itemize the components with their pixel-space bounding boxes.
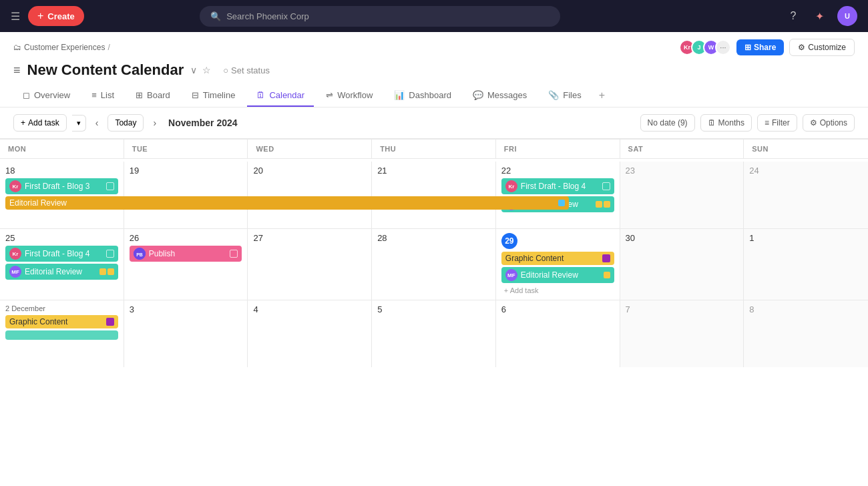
day-dec-5: 5	[377, 304, 382, 314]
cell-nov-28[interactable]: 28	[372, 229, 496, 300]
cell-dec-2[interactable]: 2 December Graphic Content	[0, 300, 124, 367]
tab-bar: ◻ Overview ≡ List ⊞ Board ⊟ Timeline 🗓 C…	[0, 84, 868, 107]
options-button[interactable]: ⚙ Options	[803, 114, 855, 132]
cell-dec-1[interactable]: 1	[744, 229, 868, 300]
breadcrumb-bar: 🗂 Customer Experiences / Kr J W ··· ⊞ Sh…	[0, 32, 868, 59]
cell-dec-8[interactable]: 8	[744, 300, 868, 367]
prev-month-button[interactable]: ‹	[91, 115, 103, 131]
cell-dec-3[interactable]: 3	[124, 300, 248, 367]
month-label: November 2024	[168, 117, 238, 128]
event-graphic-content-29[interactable]: Graphic Content	[501, 252, 614, 265]
tab-dashboard[interactable]: 📊 Dashboard	[385, 85, 461, 107]
add-task-inline-29[interactable]: + Add task	[501, 285, 614, 296]
tab-list[interactable]: ≡ List	[82, 85, 124, 107]
event-editorial-review-25[interactable]: MF Editorial Review	[5, 264, 118, 280]
help-icon[interactable]: ?	[784, 7, 803, 25]
event-first-draft-blog3[interactable]: Kr First Draft - Blog 3	[5, 178, 118, 194]
tab-overview[interactable]: ◻ Overview	[13, 85, 79, 107]
graphic-content-dec2-label: Graphic Content	[9, 317, 103, 326]
graphic-content-badge	[602, 254, 610, 262]
user-avatar[interactable]: U	[837, 6, 857, 26]
top-nav: ☰ + Create 🔍 Search Phoenix Corp ? ✦ U	[0, 0, 868, 32]
day-20: 20	[253, 166, 262, 176]
tab-calendar[interactable]: 🗓 Calendar	[247, 85, 314, 107]
graphic-dec2-badge	[106, 318, 114, 326]
tab-messages[interactable]: 💬 Messages	[463, 85, 536, 107]
event-checkbox[interactable]	[106, 182, 114, 190]
cell-nov-25[interactable]: 25 Kr First Draft - Blog 4 MF Editorial …	[0, 229, 124, 300]
cell-nov-23[interactable]: 23	[620, 162, 744, 228]
cell-nov-24[interactable]: 24	[744, 162, 868, 228]
customize-label: Customize	[808, 43, 846, 52]
cell-nov-19[interactable]: 19	[124, 162, 248, 228]
event-first-draft-blog4-22[interactable]: Kr First Draft - Blog 4	[501, 178, 614, 194]
publish-checkbox[interactable]	[230, 250, 238, 258]
editorial-review-label: Editorial Review	[9, 198, 555, 208]
star-icon[interactable]: ☆	[202, 65, 211, 75]
cell-nov-22[interactable]: 22 Kr First Draft - Blog 4 MF Editorial …	[496, 162, 620, 228]
publish-label: Publish	[149, 249, 227, 258]
search-bar[interactable]: 🔍 Search Phoenix Corp	[200, 6, 560, 27]
cell-nov-20[interactable]: 20	[248, 162, 372, 228]
week-3-cells: 2 December Graphic Content 3 4	[0, 300, 868, 367]
cell-nov-21[interactable]: 21	[372, 162, 496, 228]
cell-nov-26[interactable]: 26 PB Publish	[124, 229, 248, 300]
tab-files[interactable]: 📎 Files	[539, 85, 590, 107]
cell-nov-29[interactable]: 29 Graphic Content MF Editorial Review +…	[496, 229, 620, 300]
chevron-down-icon[interactable]: ∨	[190, 65, 197, 75]
customize-button[interactable]: ⚙ Customize	[789, 39, 855, 56]
customize-icon: ⚙	[798, 43, 805, 52]
tab-workflow[interactable]: ⇌ Workflow	[316, 85, 382, 107]
more-avatars-button[interactable]: ···	[715, 39, 731, 55]
filter-button[interactable]: ≡ Filter	[757, 114, 797, 132]
no-date-button[interactable]: No date (9)	[640, 114, 695, 132]
add-tab-button[interactable]: +	[594, 84, 610, 107]
editorial-review-event[interactable]: Editorial Review	[5, 196, 569, 210]
cell-dec-6[interactable]: 6	[496, 300, 620, 367]
day-dec-8: 8	[749, 304, 754, 314]
share-button[interactable]: ⊞ Share	[736, 39, 784, 55]
event-publish-26[interactable]: PB Publish	[130, 246, 242, 262]
breadcrumb-parent[interactable]: Customer Experiences	[24, 43, 105, 52]
event-teal-partial[interactable]	[5, 330, 118, 340]
badges-25	[99, 268, 114, 275]
set-status-button[interactable]: ○ New Content Calendar Set status	[223, 65, 270, 75]
event-first-draft-blog4-25[interactable]: Kr First Draft - Blog 4	[5, 246, 118, 262]
add-task-dropdown[interactable]: ▾	[72, 115, 86, 132]
cell-dec-4[interactable]: 4	[248, 300, 372, 367]
event-checkbox-2[interactable]	[602, 182, 610, 190]
cell-nov-30[interactable]: 30	[620, 229, 744, 300]
tab-board[interactable]: ⊞ Board	[126, 85, 180, 107]
add-task-button[interactable]: + Add task	[13, 114, 67, 132]
cell-nov-27[interactable]: 27	[248, 229, 372, 300]
today-button[interactable]: Today	[107, 114, 144, 132]
calendar-toolbar: + Add task ▾ ‹ Today › November 2024 No …	[0, 107, 868, 139]
header-fri: FRI	[496, 140, 620, 158]
event-editorial-review-29[interactable]: MF Editorial Review	[501, 267, 614, 283]
avatar-pb-26: PB	[134, 248, 146, 260]
cell-dec-7[interactable]: 7	[620, 300, 744, 367]
cell-dec-5[interactable]: 5	[372, 300, 496, 367]
week-1-cells: 18 Kr First Draft - Blog 3 Editorial Rev…	[0, 162, 868, 228]
cell-nov-18[interactable]: 18 Kr First Draft - Blog 3 Editorial Rev…	[0, 162, 124, 228]
day-30: 30	[626, 233, 635, 243]
badge-29	[604, 272, 610, 278]
breadcrumb-separator: /	[107, 43, 110, 52]
options-label: Options	[820, 118, 847, 128]
months-button[interactable]: 🗓 Months	[700, 114, 752, 132]
create-button[interactable]: + Create	[28, 6, 84, 26]
next-month-button[interactable]: ›	[149, 115, 160, 131]
checkbox-25[interactable]	[106, 250, 114, 258]
sparkle-icon[interactable]: ✦	[811, 7, 829, 25]
day-23: 23	[626, 166, 635, 176]
day-25: 25	[5, 233, 15, 243]
plus-icon: +	[37, 10, 43, 22]
day-21: 21	[377, 166, 387, 176]
day-24: 24	[749, 166, 758, 176]
header-sat: SAT	[620, 140, 744, 158]
event-graphic-content-dec2[interactable]: Graphic Content	[5, 315, 118, 328]
tab-timeline[interactable]: ⊟ Timeline	[182, 85, 245, 107]
badge-y1-25	[99, 268, 106, 275]
hamburger-icon[interactable]: ☰	[11, 10, 20, 23]
day-dec-3: 3	[130, 304, 134, 314]
